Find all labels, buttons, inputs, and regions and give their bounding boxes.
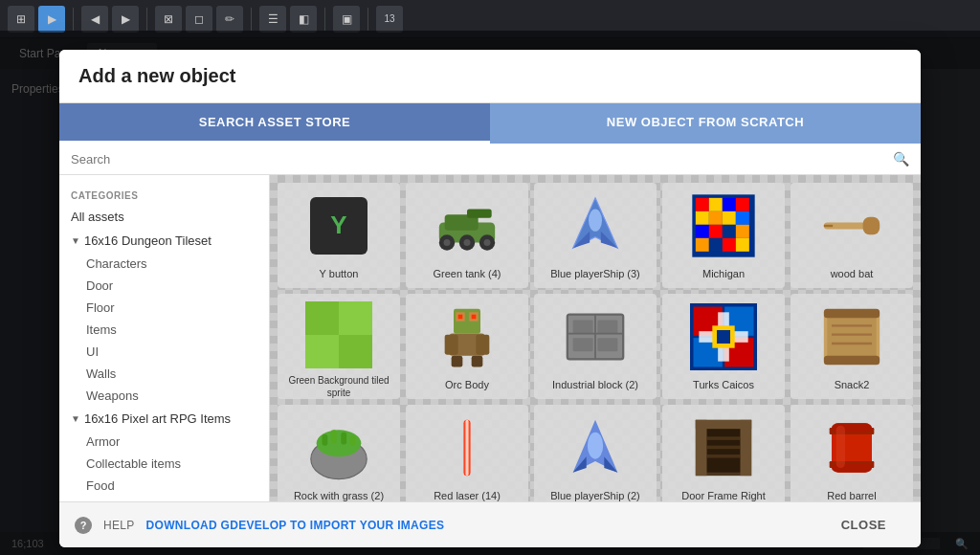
svg-rect-41 <box>445 335 458 355</box>
asset-preview-door-frame <box>690 412 757 483</box>
search-bar: 🔍 <box>59 144 921 175</box>
svg-rect-22 <box>736 211 749 225</box>
svg-rect-29 <box>723 238 736 252</box>
asset-card-orc-body[interactable]: Orc Body <box>406 294 528 399</box>
svg-rect-27 <box>696 238 709 252</box>
sidebar-section-rpg-items[interactable]: ▼ 16x16 Pixel art RPG Items <box>59 407 269 431</box>
sidebar-child-armor[interactable]: Armor <box>59 431 269 453</box>
main-layout: Properties Add a new object SEARCH ASSET… <box>0 69 980 555</box>
asset-preview-orc-body <box>434 301 501 372</box>
asset-name-orc-body: Orc Body <box>445 378 489 391</box>
asset-card-door-frame[interactable]: Door Frame Right <box>662 405 785 501</box>
toolbar-icon-objects[interactable]: ◧ <box>290 6 317 33</box>
sidebar-section-rpg-label: 16x16 Pixel art RPG Items <box>84 411 231 426</box>
svg-rect-49 <box>573 320 593 333</box>
svg-rect-90 <box>696 420 751 429</box>
asset-preview-green-bg <box>305 301 372 368</box>
svg-rect-66 <box>827 316 876 358</box>
asset-name-wood-bat: wood bat <box>831 267 874 280</box>
sidebar-child-collectable[interactable]: Collectable items <box>59 453 269 475</box>
sidebar-section-dungeon-label: 16x16 Dungeon Tileset <box>84 233 212 248</box>
modal-tabs: SEARCH ASSET STORE NEW OBJECT FROM SCRAT… <box>59 103 921 144</box>
sidebar-child-door[interactable]: Door <box>59 275 269 297</box>
asset-card-industrial-block[interactable]: Industrial block (2) <box>534 294 657 399</box>
svg-rect-81 <box>466 420 468 476</box>
asset-name-red-barrel: Red barrel <box>827 489 876 501</box>
svg-rect-21 <box>723 211 736 225</box>
sidebar-item-all-assets[interactable]: All assets <box>59 205 269 229</box>
chevron-down-icon-2: ▼ <box>71 413 80 424</box>
svg-rect-25 <box>723 225 736 238</box>
svg-rect-68 <box>824 356 880 365</box>
modal-sidebar-inner: CATEGORIES All assets ▼ 16x16 Dungeon Ti… <box>59 175 269 501</box>
sidebar-child-items[interactable]: Items <box>59 319 269 341</box>
modal-tab-new-object[interactable]: NEW OBJECT FROM SCRATCH <box>490 103 921 144</box>
toolbar-icon-preview[interactable]: ▣ <box>333 6 360 33</box>
asset-card-y-button[interactable]: Y Y button <box>278 183 400 288</box>
asset-name-door-frame: Door Frame Right <box>681 489 765 501</box>
asset-card-red-barrel[interactable]: Red barrel <box>791 405 913 501</box>
svg-rect-2 <box>467 209 492 217</box>
svg-rect-28 <box>709 238 723 252</box>
modal-header: Add a new object <box>59 50 921 103</box>
asset-card-blue-ship-2[interactable]: Blue playerShip (2) <box>534 405 657 501</box>
svg-point-8 <box>484 239 491 246</box>
toolbar-icon-home[interactable]: ⊞ <box>8 6 34 33</box>
asset-preview-blue-ship-2 <box>562 412 629 483</box>
asset-name-blue-ship-2: Blue playerShip (2) <box>550 489 640 501</box>
toolbar-icon-select[interactable]: ◻ <box>186 6 212 33</box>
asset-card-michigan[interactable]: Michigan <box>662 183 785 288</box>
toolbar-icon-zoom[interactable]: 13 <box>376 6 403 33</box>
sidebar-child-characters[interactable]: Characters <box>59 253 269 275</box>
svg-rect-26 <box>736 225 749 238</box>
sidebar-section-dungeon[interactable]: ▼ 16x16 Dungeon Tileset <box>59 229 269 253</box>
help-link[interactable]: HELP <box>103 519 135 532</box>
sidebar-child-floor[interactable]: Floor <box>59 297 269 319</box>
asset-name-rock-grass: Rock with grass (2) <box>294 489 384 501</box>
sidebar-child-food[interactable]: Food <box>59 475 269 497</box>
asset-card-blue-ship-3[interactable]: Blue playerShip (3) <box>534 183 657 288</box>
asset-card-snack2[interactable]: Snack2 <box>791 294 913 399</box>
toolbar-icon-layers[interactable]: ☰ <box>259 6 286 33</box>
toolbar-separator-1 <box>73 8 74 31</box>
svg-rect-50 <box>597 320 617 333</box>
toolbar-icon-grid[interactable]: ⊠ <box>155 6 182 33</box>
download-link[interactable]: DOWNLOAD GDEVELOP TO IMPORT YOUR IMAGES <box>146 519 445 532</box>
asset-card-red-laser[interactable]: Red laser (14) <box>406 405 528 501</box>
asset-name-snack2: Snack2 <box>835 378 870 391</box>
svg-rect-32 <box>863 217 880 235</box>
categories-label: CATEGORIES <box>59 183 269 205</box>
close-button[interactable]: CLOSE <box>822 512 905 538</box>
search-icon: 🔍 <box>893 151 909 166</box>
svg-rect-33 <box>824 225 833 227</box>
svg-point-6 <box>444 239 451 246</box>
asset-card-green-tank[interactable]: Green tank (4) <box>406 183 528 288</box>
toolbar-icon-edit[interactable]: ✏ <box>216 6 243 33</box>
asset-card-wood-bat[interactable]: wood bat <box>791 183 913 288</box>
asset-name-red-laser: Red laser (14) <box>434 489 501 501</box>
svg-point-7 <box>464 239 471 246</box>
toolbar-icon-redo[interactable]: ▶ <box>112 6 139 33</box>
asset-preview-y-button: Y <box>305 190 372 261</box>
svg-rect-18 <box>736 198 749 211</box>
svg-rect-75 <box>323 434 328 446</box>
toolbar-separator-5 <box>368 8 368 31</box>
asset-card-rock-grass[interactable]: Rock with grass (2) <box>278 405 400 501</box>
modal-tab-asset-store[interactable]: SEARCH ASSET STORE <box>59 103 490 144</box>
asset-name-green-tank: Green tank (4) <box>434 267 501 280</box>
sidebar-child-ui[interactable]: UI <box>59 341 269 363</box>
svg-rect-45 <box>458 315 463 320</box>
modal-footer: ? HELP DOWNLOAD GDEVELOP TO IMPORT YOUR … <box>59 501 921 547</box>
asset-card-turks-caicos[interactable]: Turks Caicos <box>662 294 785 399</box>
toolbar-icon-play[interactable]: ▶ <box>38 6 65 33</box>
search-input[interactable] <box>71 152 893 166</box>
svg-rect-36 <box>339 335 372 368</box>
sidebar-child-walls[interactable]: Walls <box>59 363 269 385</box>
help-icon: ? <box>75 517 92 534</box>
sidebar-child-weapons-1[interactable]: Weapons <box>59 385 269 407</box>
toolbar-icon-undo[interactable]: ◀ <box>81 6 108 33</box>
asset-card-green-bg[interactable]: Green Background tiled sprite <box>278 294 400 399</box>
asset-name-y-button: Y button <box>320 267 359 280</box>
asset-preview-industrial-block <box>562 301 629 372</box>
svg-rect-77 <box>341 433 346 445</box>
